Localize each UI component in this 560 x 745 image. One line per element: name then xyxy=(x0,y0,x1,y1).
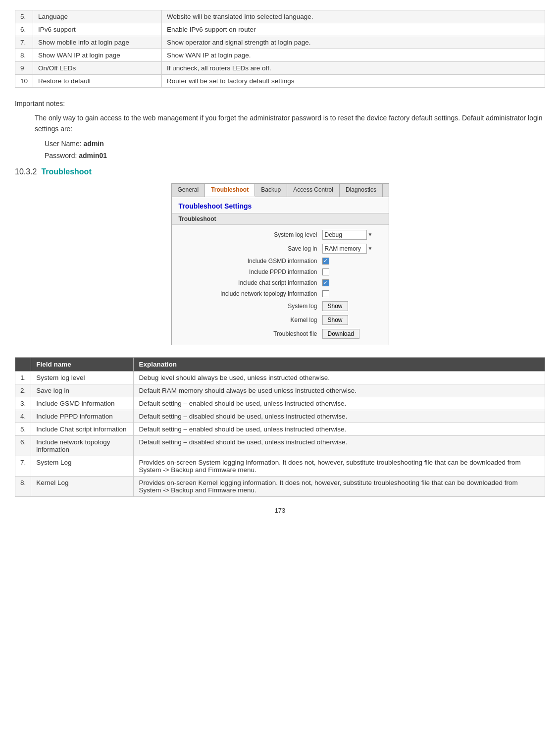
field-button[interactable]: Show xyxy=(322,315,348,325)
field-label: Troubleshoot file xyxy=(179,330,322,337)
row-desc: If uncheck, all routers LEDs are off. xyxy=(162,62,545,75)
table-row: 1. System log level Debug level should a… xyxy=(15,371,545,384)
screenshot-tab[interactable]: Diagnostics xyxy=(340,184,383,197)
screenshot-tab[interactable]: Troubleshoot xyxy=(205,184,255,197)
row-desc: Default setting – enabled should be used… xyxy=(134,423,545,435)
username-line: User Name: admin xyxy=(45,140,545,148)
row-field: System Log xyxy=(31,456,134,476)
chevron-down-icon: ▼ xyxy=(368,246,373,251)
important-notes-label: Important notes: xyxy=(15,100,65,107)
screenshot-tab[interactable]: Backup xyxy=(255,184,287,197)
screenshot-field-row: Include GSMD information✓ xyxy=(172,256,389,266)
table-row: 10 Restore to default Router will be set… xyxy=(15,75,545,88)
field-button[interactable]: Download xyxy=(322,329,359,339)
table-row: 7. System Log Provides on-screen System … xyxy=(15,456,545,476)
row-desc: Default RAM memory should always be used… xyxy=(134,384,545,397)
screenshot-field-row: Troubleshoot fileDownload xyxy=(172,327,389,341)
username-label: User Name: xyxy=(45,140,84,148)
row-desc: Show operator and signal strength at log… xyxy=(162,36,545,49)
row-num: 3. xyxy=(15,397,31,410)
row-num: 9 xyxy=(15,62,33,75)
page-number: 173 xyxy=(15,507,545,514)
field-checkbox[interactable]: ✓ xyxy=(322,279,329,286)
screenshot-panel: GeneralTroubleshootBackupAccess ControlD… xyxy=(171,183,389,345)
screenshot-field-row: Include network topology information xyxy=(172,288,389,299)
field-label: Include network topology information xyxy=(179,290,322,297)
row-num: 4. xyxy=(15,410,31,423)
row-desc: Default setting – disabled should be use… xyxy=(134,435,545,456)
row-field: Include network topology information xyxy=(31,435,134,456)
field-checkbox[interactable] xyxy=(322,290,329,297)
row-num: 5. xyxy=(15,10,33,23)
row-desc: Provides on-screen Kernel logging inform… xyxy=(134,476,545,496)
field-label: Include GSMD information xyxy=(179,258,322,265)
field-select[interactable]: RAM memory xyxy=(322,244,367,254)
screenshot-title: Troubleshoot Settings xyxy=(172,197,389,213)
row-desc: Default setting – enabled should be used… xyxy=(134,397,545,410)
table-row: 3. Include GSMD information Default sett… xyxy=(15,397,545,410)
field-checkbox[interactable] xyxy=(322,268,329,275)
row-desc: Router will be set to factory default se… xyxy=(162,75,545,88)
row-field: Show mobile info at login page xyxy=(33,36,162,49)
screenshot-fields: System log levelDebug▼Save log inRAM mem… xyxy=(172,228,389,341)
row-field: Include PPPD information xyxy=(31,410,134,423)
row-num: 2. xyxy=(15,384,31,397)
row-field: Include GSMD information xyxy=(31,397,134,410)
row-desc: Provides on-screen System logging inform… xyxy=(134,456,545,476)
screenshot-field-row: Include chat script information✓ xyxy=(172,277,389,288)
table-row: 9 On/Off LEDs If uncheck, all routers LE… xyxy=(15,62,545,75)
field-checkbox[interactable]: ✓ xyxy=(322,258,329,265)
row-desc: Debug level should always be used, unles… xyxy=(134,371,545,384)
row-desc: Enable IPv6 support on router xyxy=(162,23,545,36)
row-field: IPv6 support xyxy=(33,23,162,36)
field-label: System log xyxy=(179,303,322,310)
password-line: Password: admin01 xyxy=(45,152,545,160)
field-label: Kernel log xyxy=(179,317,322,323)
section-heading: 10.3.2 Troubleshoot xyxy=(15,167,545,176)
row-num: 1. xyxy=(15,371,31,384)
row-num: 5. xyxy=(15,423,31,435)
screenshot-field-row: Kernel logShow xyxy=(172,313,389,327)
screenshot-tabs: GeneralTroubleshootBackupAccess ControlD… xyxy=(172,184,389,197)
password-value: admin01 xyxy=(79,152,107,160)
section-number: 10.3.2 xyxy=(15,167,37,176)
table-row: 7. Show mobile info at login page Show o… xyxy=(15,36,545,49)
field-select[interactable]: Debug xyxy=(322,230,367,240)
row-field: Show WAN IP at login page xyxy=(33,49,162,62)
row-field: Include Chat script information xyxy=(31,423,134,435)
username-value: admin xyxy=(84,140,104,148)
row-field: System log level xyxy=(31,371,134,384)
row-field: On/Off LEDs xyxy=(33,62,162,75)
table-row: 5. Include Chat script information Defau… xyxy=(15,423,545,435)
row-field: Language xyxy=(33,10,162,23)
table-row: 8. Kernel Log Provides on-screen Kernel … xyxy=(15,476,545,496)
field-label: System log level xyxy=(179,231,322,238)
row-num: 8. xyxy=(15,49,33,62)
screenshot-field-row: System log levelDebug▼ xyxy=(172,228,389,242)
screenshot-tab[interactable]: General xyxy=(172,184,205,197)
screenshot-field-row: System logShow xyxy=(172,299,389,313)
screenshot-section-label: Troubleshoot xyxy=(172,213,389,225)
row-desc: Show WAN IP at login page. xyxy=(162,49,545,62)
section-title: Troubleshoot xyxy=(41,167,91,176)
password-label: Password: xyxy=(45,152,79,160)
col-field-header: Field name xyxy=(31,357,134,371)
field-label: Include PPPD information xyxy=(179,268,322,275)
table-row: 6. IPv6 support Enable IPv6 support on r… xyxy=(15,23,545,36)
screenshot-field-row: Include PPPD information xyxy=(172,266,389,277)
table-row: 6. Include network topology information … xyxy=(15,435,545,456)
row-num: 7. xyxy=(15,36,33,49)
table-row: 8. Show WAN IP at login page Show WAN IP… xyxy=(15,49,545,62)
table-row: 5. Language Website will be translated i… xyxy=(15,10,545,23)
row-num: 6. xyxy=(15,435,31,456)
col-num-header xyxy=(15,357,31,371)
row-desc: Website will be translated into selected… xyxy=(162,10,545,23)
table-row: 2. Save log in Default RAM memory should… xyxy=(15,384,545,397)
row-num: 7. xyxy=(15,456,31,476)
screenshot-tab[interactable]: Access Control xyxy=(287,184,340,197)
row-desc: Default setting – disabled should be use… xyxy=(134,410,545,423)
row-num: 6. xyxy=(15,23,33,36)
field-label: Include chat script information xyxy=(179,279,322,286)
row-field: Kernel Log xyxy=(31,476,134,496)
field-button[interactable]: Show xyxy=(322,301,348,311)
